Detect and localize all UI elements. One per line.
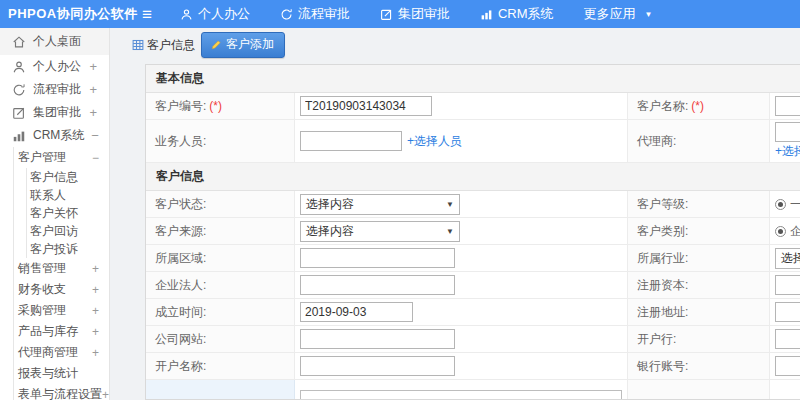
sidebar-item-reports-stats[interactable]: 报表与统计 — [14, 363, 109, 384]
nav-crm-system[interactable]: CRM系统 — [480, 5, 554, 23]
type-radio[interactable] — [775, 226, 786, 237]
tab-customer-info[interactable]: 客户信息 — [132, 37, 195, 54]
expand-plus-icon[interactable]: + — [89, 105, 97, 120]
customer-no-input[interactable] — [300, 96, 432, 116]
field-customer-name — [770, 93, 800, 120]
field-label-website: 公司网站: — [146, 326, 295, 353]
sidebar-item-crm-system[interactable]: CRM系统 − — [0, 124, 109, 147]
field-label-source: 客户来源: — [146, 218, 295, 245]
sidebar-item-purchase-mgmt[interactable]: 采购管理 + — [14, 300, 109, 321]
empty-label-cell — [628, 380, 770, 400]
sidebar-item-form-workflow-settings[interactable]: 表单与流程设置+ — [14, 384, 109, 400]
home-icon — [12, 35, 26, 49]
field-capital — [770, 272, 800, 299]
sidebar-item-customer-complaint[interactable]: 客户投诉 — [27, 240, 109, 258]
collapse-minus-icon[interactable]: − — [91, 128, 99, 143]
industry-select[interactable]: 选择内容▼ — [775, 248, 800, 269]
sidebar-item-customer-mgmt[interactable]: 客户管理 − — [14, 147, 109, 168]
select-person-link[interactable]: +选择人员 — [407, 133, 462, 150]
field-label-account-name: 开户名称: — [146, 353, 295, 380]
account-name-input[interactable] — [300, 356, 455, 376]
source-select[interactable]: 选择内容▼ — [300, 221, 460, 242]
field-sales-person: +选择人员 — [295, 120, 628, 163]
tab-customer-add[interactable]: 客户添加 — [201, 32, 285, 58]
select-arrow-icon: ▼ — [446, 200, 454, 209]
founded-date-input[interactable] — [300, 302, 413, 322]
field-status: 选择内容▼ — [295, 191, 628, 218]
legal-person-input[interactable] — [300, 275, 455, 295]
sidebar-item-customer-care[interactable]: 客户关怀 — [27, 204, 109, 222]
field-label-legal-person: 企业法人: — [146, 272, 295, 299]
app-logo: PHPOA协同办公软件 — [0, 5, 142, 23]
field-agent: +选择代理商 — [770, 120, 800, 163]
expand-plus-icon[interactable]: + — [92, 262, 99, 276]
nav-more-apps[interactable]: 更多应用 ▼ — [584, 5, 653, 23]
bank-input[interactable] — [775, 329, 800, 349]
cycle-arrow-icon — [280, 8, 293, 21]
expand-plus-icon[interactable]: + — [102, 388, 109, 400]
bank-account-input[interactable] — [775, 356, 800, 376]
tab-bar: 客户信息 客户添加 — [110, 28, 800, 62]
person-icon — [12, 60, 26, 74]
field-founded — [295, 299, 628, 326]
field-source: 选择内容▼ — [295, 218, 628, 245]
required-mark: (*) — [209, 99, 222, 113]
remark-textarea[interactable] — [300, 390, 622, 400]
pencil-add-icon — [210, 39, 222, 51]
website-input[interactable] — [300, 329, 455, 349]
crm-submenu: 客户管理 − 客户信息 联系人 客户关怀 客户回访 客户投诉 销售管理 + 财务… — [13, 147, 109, 400]
sidebar-item-desktop[interactable]: 个人桌面 — [0, 28, 109, 55]
nav-group-approval[interactable]: 集团审批 — [380, 5, 450, 23]
sidebar-item-customer-info[interactable]: 客户信息 — [27, 168, 109, 186]
hamburger-menu-icon[interactable]: ≡ — [142, 6, 152, 23]
sidebar-item-group-approval[interactable]: 集团审批 + — [0, 101, 109, 124]
field-label-agent: 代理商: — [628, 120, 770, 163]
field-label-bank-account: 银行账号: — [628, 353, 770, 380]
field-website — [295, 326, 628, 353]
sidebar-item-products-inventory[interactable]: 产品与库存 + — [14, 321, 109, 342]
level-radio[interactable] — [775, 199, 786, 210]
sidebar-item-customer-visit[interactable]: 客户回访 — [27, 222, 109, 240]
sidebar-item-contacts[interactable]: 联系人 — [27, 186, 109, 204]
customer-name-input[interactable] — [775, 96, 800, 116]
sidebar-item-workflow-approval[interactable]: 流程审批 + — [0, 78, 109, 101]
reg-address-input[interactable] — [775, 302, 800, 322]
sidebar-item-agent-mgmt[interactable]: 代理商管理 + — [14, 342, 109, 363]
field-legal-person — [295, 272, 628, 299]
field-label-customer-name: 客户名称:(*) — [628, 93, 770, 120]
field-remark — [295, 380, 628, 400]
expand-plus-icon[interactable]: + — [92, 283, 99, 297]
field-reg-address — [770, 299, 800, 326]
grid-table-icon — [132, 39, 144, 51]
capital-input[interactable] — [775, 275, 800, 295]
region-input[interactable] — [300, 248, 455, 268]
nav-personal-office[interactable]: 个人办公 — [180, 5, 250, 23]
field-bank — [770, 326, 800, 353]
sidebar: 个人桌面 个人办公 + 流程审批 + 集团审批 + — [0, 28, 110, 400]
top-navbar: PHPOA协同办公软件 ≡ 个人办公 流程审批 集团审批 — [0, 0, 800, 28]
field-label-type: 客户类别: — [628, 218, 770, 245]
field-label-status: 客户状态: — [146, 191, 295, 218]
required-mark: (*) — [691, 99, 704, 113]
bar-chart-icon — [12, 129, 26, 143]
sales-person-input[interactable] — [300, 131, 402, 151]
status-select[interactable]: 选择内容▼ — [300, 194, 460, 215]
empty-field-cell — [770, 380, 800, 400]
sidebar-item-sales-mgmt[interactable]: 销售管理 + — [14, 258, 109, 279]
expand-plus-icon[interactable]: + — [92, 346, 99, 360]
customer-add-form-panel: 基本信息 客户编号:(*) 客户名称:(*) 业务人员: — [145, 64, 800, 400]
expand-plus-icon[interactable]: + — [89, 82, 97, 97]
agent-input[interactable] — [775, 122, 800, 142]
collapse-minus-icon[interactable]: − — [92, 151, 99, 165]
expand-plus-icon[interactable]: + — [92, 325, 99, 339]
sidebar-item-personal-office[interactable]: 个人办公 + — [0, 55, 109, 78]
expand-plus-icon[interactable]: + — [92, 304, 99, 318]
bar-chart-icon — [480, 8, 493, 21]
sidebar-item-finance[interactable]: 财务收支 + — [14, 279, 109, 300]
field-industry: 选择内容▼ — [770, 245, 800, 272]
nav-workflow-approval[interactable]: 流程审批 — [280, 5, 350, 23]
expand-plus-icon[interactable]: + — [89, 59, 97, 74]
section-header-customer-info: 客户信息 — [146, 163, 800, 191]
field-label-founded: 成立时间: — [146, 299, 295, 326]
select-agent-link[interactable]: +选择代理商 — [775, 143, 800, 160]
